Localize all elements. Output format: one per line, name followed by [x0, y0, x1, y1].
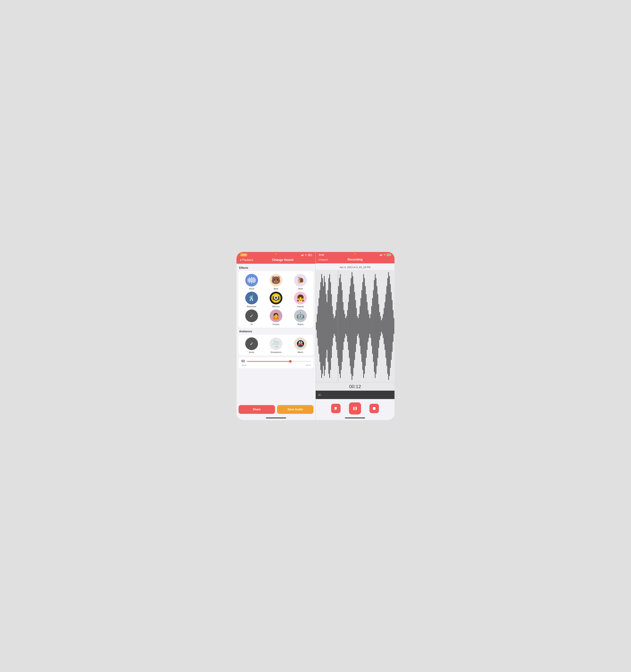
svg-rect-100	[384, 308, 384, 344]
wb5	[252, 278, 253, 283]
svg-rect-69	[356, 308, 357, 344]
svg-rect-99	[383, 314, 384, 338]
svg-text:⚡: ⚡	[388, 254, 389, 256]
effects-grid: None 🐻 Bear 🐌 Slow	[240, 274, 312, 326]
svg-rect-42	[332, 306, 333, 346]
back-label: Playback	[242, 259, 253, 262]
right-status-icons: ⚡	[380, 254, 391, 256]
ambience-check: ✓	[250, 341, 253, 346]
frozen-label: Frozen	[273, 323, 280, 326]
svg-rect-78	[364, 278, 365, 374]
ambience-none-label: None	[249, 351, 254, 354]
minions-label: Minions	[272, 305, 280, 308]
wb2	[249, 277, 250, 283]
svg-rect-85	[370, 314, 371, 338]
svg-rect-53	[342, 290, 343, 362]
svg-rect-98	[382, 318, 383, 334]
time-start: 00:09	[242, 364, 246, 366]
ai-label: AI	[251, 323, 252, 326]
svg-rect-114	[356, 407, 357, 410]
svg-rect-70	[357, 316, 358, 336]
signal-icon	[301, 254, 304, 256]
back-button[interactable]: Playback	[240, 259, 253, 262]
effect-slow[interactable]: 🐌 Slow	[289, 274, 312, 290]
svg-rect-97	[381, 320, 382, 332]
svg-rect-29	[320, 282, 321, 370]
svg-rect-19	[382, 254, 383, 256]
svg-rect-63	[351, 278, 351, 374]
svg-point-11	[275, 297, 277, 298]
effect-minions[interactable]: Minions	[265, 292, 287, 308]
right-home-indicator	[316, 416, 394, 420]
svg-rect-27	[319, 298, 319, 354]
ambience-metro[interactable]: 🚇 Metro	[289, 337, 312, 354]
svg-rect-110	[393, 310, 393, 342]
effect-bear[interactable]: 🐻 Bear	[265, 274, 287, 290]
svg-rect-91	[376, 278, 377, 374]
playback-section: 00:09 00:13	[239, 357, 314, 368]
right-back-button[interactable]: Search	[318, 258, 328, 261]
svg-rect-81	[367, 302, 367, 350]
minion-icon	[271, 293, 281, 303]
wb6	[253, 277, 254, 283]
r-wifi-icon	[383, 254, 386, 256]
svg-rect-47	[337, 302, 337, 350]
svg-rect-76	[362, 282, 363, 370]
share-button[interactable]: Share	[239, 405, 275, 414]
svg-rect-102	[386, 294, 386, 358]
progress-bar[interactable]	[247, 361, 311, 362]
svg-rect-77	[363, 274, 364, 378]
left-content: Effects	[237, 264, 316, 403]
svg-rect-55	[344, 310, 344, 342]
effect-robot[interactable]: 🤖 Robot	[289, 309, 312, 326]
svg-rect-72	[359, 314, 360, 338]
robot-label: Robot	[297, 323, 304, 326]
ambience-none[interactable]: ✓ None	[240, 337, 263, 354]
svg-rect-83	[369, 314, 369, 338]
svg-rect-41	[331, 294, 332, 358]
svg-rect-21	[391, 254, 391, 255]
pause-button[interactable]	[241, 359, 245, 364]
right-screen: 9:43 ⚡ Search Recording A	[316, 252, 394, 420]
ai-check: ✓	[250, 313, 253, 319]
effect-electronic[interactable]: 🕺 Electronic	[240, 292, 263, 308]
pause-record-icon	[353, 406, 357, 411]
wb4	[251, 277, 252, 284]
stop-button[interactable]	[369, 404, 379, 413]
svg-rect-108	[391, 292, 392, 360]
none-label: None	[249, 287, 254, 290]
flag-button[interactable]	[331, 404, 341, 413]
snowstorm-circle: 🌪️	[270, 337, 283, 350]
progress-fill	[247, 361, 290, 362]
svg-rect-111	[394, 318, 394, 334]
home-bar	[266, 417, 286, 418]
bear-circle: 🐻	[270, 274, 283, 287]
robot-circle: 🤖	[294, 309, 307, 322]
effect-none[interactable]: None	[240, 274, 263, 290]
waveform-svg	[316, 270, 394, 382]
wifi-icon	[305, 254, 307, 256]
left-status-bar: 5:59	[237, 252, 316, 257]
effect-kawaii[interactable]: 👧 Kawaii	[289, 292, 312, 308]
svg-rect-25	[317, 314, 317, 338]
nav-title: Change Sound	[253, 258, 312, 262]
save-button[interactable]: Save Audio	[277, 405, 314, 414]
svg-rect-38	[329, 278, 329, 374]
recording-buttons	[316, 399, 394, 416]
effect-ai[interactable]: ✓ AI	[240, 309, 263, 326]
svg-rect-67	[354, 292, 355, 360]
ambience-snowstorm[interactable]: 🌪️ Snowstorm	[265, 337, 287, 354]
effect-frozen[interactable]: 🙍 Frozen	[265, 309, 287, 326]
level-bar-1	[318, 394, 319, 396]
kawaii-label: Kawaii	[297, 305, 304, 308]
svg-point-12	[276, 297, 276, 298]
svg-rect-51	[340, 274, 341, 378]
kawaii-circle: 👧	[294, 292, 307, 305]
svg-rect-32	[323, 286, 324, 366]
pause-record-button[interactable]	[349, 402, 361, 414]
svg-rect-84	[369, 318, 370, 334]
svg-rect-62	[350, 286, 350, 366]
svg-rect-24	[316, 322, 317, 330]
svg-rect-106	[389, 276, 390, 376]
svg-rect-58	[346, 316, 347, 336]
